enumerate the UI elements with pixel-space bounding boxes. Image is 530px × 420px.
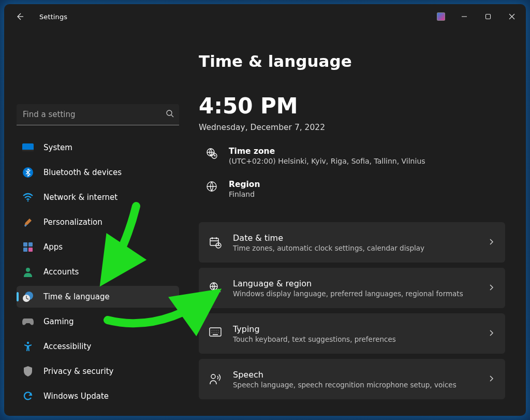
page-title: Time & language (199, 52, 505, 70)
close-button[interactable] (500, 8, 524, 25)
svg-rect-8 (23, 248, 27, 252)
nav-label: Bluetooth & devices (43, 168, 122, 177)
search-icon (166, 109, 174, 120)
nav-label: Time & language (43, 292, 110, 301)
svg-rect-0 (486, 15, 491, 19)
svg-point-1 (167, 110, 172, 115)
chevron-right-icon (488, 329, 495, 339)
maximize-button[interactable] (476, 8, 500, 25)
svg-rect-9 (28, 248, 33, 252)
nav-privacy[interactable]: Privacy & security (17, 360, 179, 382)
globe-icon (206, 181, 217, 192)
nav-time-language[interactable]: Time & language (17, 286, 179, 308)
card-subtitle: Time zones, automatic clock settings, ca… (233, 244, 476, 252)
svg-point-5 (27, 200, 29, 202)
card-title: Language & region (233, 279, 476, 288)
nav-label: System (43, 143, 72, 152)
timezone-value: (UTC+02:00) Helsinki, Kyiv, Riga, Sofia,… (229, 157, 425, 165)
nav-gaming[interactable]: Gaming (17, 311, 179, 332)
svg-rect-7 (28, 242, 33, 247)
minimize-button[interactable] (452, 8, 476, 25)
nav-network[interactable]: Network & internet (17, 186, 179, 208)
card-subtitle: Touch keyboard, text suggestions, prefer… (233, 335, 476, 343)
maximize-icon (485, 13, 491, 20)
wifi-icon (22, 191, 34, 204)
nav-label: Accounts (43, 267, 79, 277)
chevron-right-icon (488, 374, 495, 384)
clock-display: 4:50 PM (199, 93, 505, 119)
card-subtitle: Speech language, speech recognition micr… (233, 381, 476, 389)
svg-point-13 (27, 342, 29, 344)
svg-point-10 (26, 268, 30, 272)
search-input[interactable] (22, 109, 166, 120)
display-icon (22, 141, 34, 154)
bluetooth-icon (22, 166, 34, 179)
nav-accessibility[interactable]: Accessibility (17, 336, 179, 357)
nav-label: Network & internet (43, 193, 117, 202)
card-typing[interactable]: Typing Touch keyboard, text suggestions,… (199, 313, 505, 354)
date-display: Wednesday, December 7, 2022 (199, 123, 505, 132)
close-icon (509, 13, 515, 20)
region-info: Region Finland (199, 180, 505, 198)
card-subtitle: Windows display language, preferred lang… (233, 289, 476, 298)
accessibility-icon (22, 340, 34, 353)
card-title: Date & time (233, 233, 476, 243)
svg-rect-17 (210, 238, 218, 245)
nav-windows-update[interactable]: Windows Update (17, 385, 179, 407)
nav-personalization[interactable]: Personalization (17, 211, 179, 233)
nav-bluetooth[interactable]: Bluetooth & devices (17, 162, 179, 183)
person-icon (22, 266, 34, 278)
card-date-time[interactable]: Date & time Time zones, automatic clock … (199, 222, 505, 263)
region-label: Region (229, 180, 260, 189)
nav-label: Windows Update (43, 392, 109, 401)
clock-globe-icon (22, 291, 34, 303)
speech-icon (209, 373, 222, 385)
gamepad-icon (22, 315, 34, 328)
settings-window: Settings (4, 4, 526, 416)
nav-system[interactable]: System (17, 137, 179, 158)
chevron-right-icon (488, 283, 495, 293)
svg-point-22 (211, 374, 215, 379)
nav-apps[interactable]: Apps (17, 236, 179, 258)
app-title: Settings (39, 13, 67, 21)
sidebar: System Bluetooth & devices Network & int… (4, 29, 186, 416)
nav-accounts[interactable]: Accounts (17, 261, 179, 283)
shield-icon (22, 365, 34, 378)
globe-clock-icon (206, 148, 217, 159)
nav-list: System Bluetooth & devices Network & int… (17, 137, 179, 410)
language-icon: 字 (209, 282, 222, 294)
card-title: Typing (233, 324, 476, 334)
arrow-left-icon (16, 12, 24, 21)
titlebar: Settings (4, 4, 526, 29)
chevron-right-icon (488, 238, 495, 248)
content-pane: Time & language 4:50 PM Wednesday, Decem… (186, 29, 526, 416)
card-speech[interactable]: Speech Speech language, speech recogniti… (199, 359, 505, 399)
card-title: Speech (233, 370, 476, 380)
nav-label: Gaming (43, 317, 74, 326)
nav-label: Accessibility (43, 342, 91, 351)
search-box[interactable] (17, 104, 179, 125)
card-language-region[interactable]: 字 Language & region Windows display lang… (199, 268, 505, 308)
accessibility-badge-icon (437, 12, 445, 21)
minimize-icon (461, 13, 467, 20)
apps-icon (22, 241, 34, 253)
keyboard-icon (209, 327, 222, 340)
paintbrush-icon (22, 216, 34, 228)
calendar-clock-icon (209, 236, 222, 249)
timezone-info: Time zone (UTC+02:00) Helsinki, Kyiv, Ri… (199, 147, 505, 165)
svg-rect-6 (23, 242, 27, 247)
nav-label: Apps (43, 242, 63, 252)
update-icon (22, 390, 34, 402)
region-value: Finland (229, 190, 260, 198)
svg-text:字: 字 (216, 288, 221, 294)
nav-label: Personalization (43, 218, 102, 227)
back-button[interactable] (11, 12, 28, 21)
timezone-label: Time zone (229, 147, 425, 156)
settings-cards: Date & time Time zones, automatic clock … (199, 222, 505, 399)
svg-rect-3 (22, 150, 34, 151)
nav-label: Privacy & security (43, 367, 113, 376)
